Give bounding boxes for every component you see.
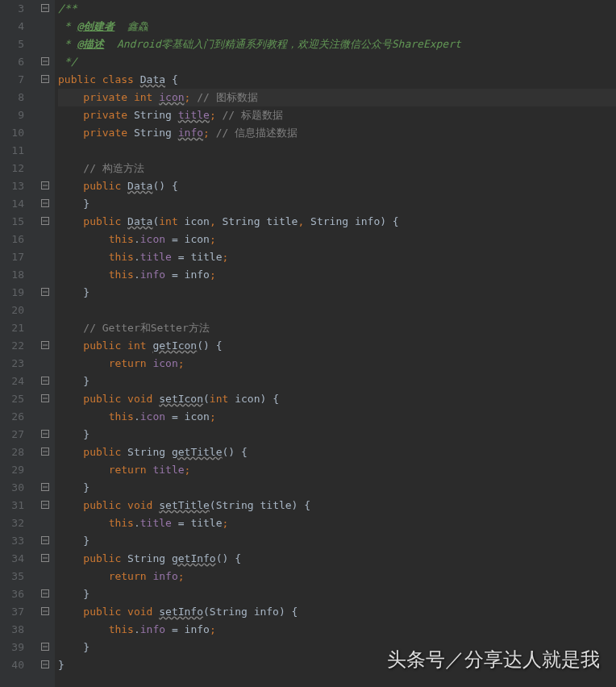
code-token: . (134, 251, 140, 263)
code-token: } (58, 659, 65, 671)
code-line[interactable]: return icon; (58, 355, 616, 373)
code-line[interactable] (58, 302, 616, 319)
line-number: 21 (0, 319, 24, 337)
code-line[interactable]: // 构造方法 (58, 160, 616, 177)
fold-close-icon[interactable] (40, 536, 50, 546)
code-line[interactable]: } (58, 479, 616, 497)
code-line[interactable]: } (58, 284, 616, 302)
code-token (58, 606, 83, 618)
code-token: getIcon (152, 339, 197, 352)
line-number: 35 (0, 568, 24, 585)
fold-open-icon[interactable] (40, 501, 50, 510)
line-number: 12 (0, 160, 24, 177)
code-line[interactable]: return title; (58, 461, 616, 479)
code-line[interactable]: this.icon = icon; (58, 408, 616, 426)
code-token: getTitle (172, 446, 223, 458)
line-number: 36 (0, 585, 24, 603)
code-editor[interactable]: 3456789101112131415161718192021222324252… (0, 0, 616, 687)
fold-close-icon[interactable] (40, 430, 50, 439)
code-token: public (83, 446, 127, 458)
line-number: 16 (0, 231, 24, 248)
code-line[interactable]: this.title = title; (58, 514, 616, 532)
code-token (58, 517, 109, 529)
code-line[interactable]: private String info; // 信息描述数据 (58, 124, 616, 142)
code-token: private (83, 127, 134, 139)
code-token (58, 251, 109, 263)
code-token: } (58, 198, 89, 210)
fold-open-icon[interactable] (40, 75, 50, 85)
code-line[interactable]: public void setTitle(String title) { (58, 497, 616, 514)
code-line[interactable]: public void setIcon(int icon) { (58, 390, 616, 408)
code-token: info (152, 570, 177, 582)
code-token: this (109, 517, 134, 529)
code-token: setIcon (159, 393, 203, 405)
code-line[interactable]: */ (58, 53, 616, 71)
code-line[interactable]: this.info = info; (58, 266, 616, 284)
fold-close-icon[interactable] (40, 199, 50, 209)
code-token: (String title) { (210, 499, 310, 511)
code-line[interactable]: } (58, 373, 616, 390)
code-line[interactable]: // Getter和Setter方法 (58, 319, 616, 337)
code-line[interactable]: } (58, 532, 616, 550)
code-line[interactable]: private String title; // 标题数据 (58, 106, 616, 124)
code-token (58, 552, 83, 564)
fold-close-icon[interactable] (40, 57, 50, 67)
fold-open-icon[interactable] (40, 394, 50, 404)
line-number: 22 (0, 337, 24, 355)
code-token: } (58, 641, 89, 653)
code-token: } (58, 428, 89, 440)
line-number: 4 (0, 18, 24, 35)
code-token: title (178, 109, 210, 121)
code-line[interactable]: } (58, 639, 616, 656)
code-token: */ (58, 56, 77, 68)
line-number: 13 (0, 177, 24, 195)
fold-close-icon[interactable] (40, 660, 50, 670)
line-number: 20 (0, 302, 24, 319)
code-line[interactable]: public String getTitle() { (58, 443, 616, 461)
fold-open-icon[interactable] (40, 4, 50, 14)
fold-open-icon[interactable] (40, 341, 50, 351)
code-line[interactable]: this.info = info; (58, 621, 616, 639)
code-token (58, 180, 83, 192)
code-line[interactable]: } (58, 195, 616, 213)
code-line[interactable]: this.title = title; (58, 248, 616, 266)
code-line[interactable]: public class Data { (58, 71, 616, 89)
code-token: this (109, 251, 134, 263)
line-number: 30 (0, 479, 24, 497)
code-token (58, 393, 83, 405)
code-token: icon (140, 233, 165, 245)
code-token (58, 339, 83, 352)
code-line[interactable]: * @创建者 鑫鱻 (58, 18, 616, 35)
code-line[interactable]: } (58, 656, 616, 674)
fold-close-icon[interactable] (40, 377, 50, 386)
code-line[interactable]: private int icon; // 图标数据 (58, 89, 616, 106)
code-line[interactable]: } (58, 585, 616, 603)
fold-open-icon[interactable] (40, 554, 50, 564)
fold-open-icon[interactable] (40, 607, 50, 617)
code-token: } (58, 286, 89, 298)
code-line[interactable]: * @描述 Android零基础入门到精通系列教程，欢迎关注微信公众号Share… (58, 35, 616, 53)
code-line[interactable]: return info; (58, 568, 616, 585)
fold-open-icon[interactable] (40, 181, 50, 191)
code-token: { (165, 73, 178, 85)
code-line[interactable]: public Data(int icon, String title, Stri… (58, 213, 616, 231)
code-token: return (109, 570, 153, 582)
fold-open-icon[interactable] (40, 448, 50, 457)
fold-open-icon[interactable] (40, 217, 50, 227)
code-token: setTitle (159, 499, 210, 511)
fold-close-icon[interactable] (40, 288, 50, 298)
fold-close-icon[interactable] (40, 483, 50, 493)
code-line[interactable]: public String getInfo() { (58, 550, 616, 568)
code-line[interactable]: } (58, 426, 616, 443)
code-line[interactable]: public int getIcon() { (58, 337, 616, 355)
code-token: String (134, 127, 178, 139)
code-token: // 信息描述数据 (210, 127, 298, 139)
code-line[interactable] (58, 142, 616, 160)
fold-close-icon[interactable] (40, 643, 50, 652)
code-line[interactable]: this.icon = icon; (58, 231, 616, 248)
code-line[interactable]: /** (58, 0, 616, 18)
code-area[interactable]: /** * @创建者 鑫鱻 * @描述 Android零基础入门到精通系列教程，… (55, 0, 616, 687)
code-line[interactable]: public void setInfo(String info) { (58, 603, 616, 621)
code-line[interactable]: public Data() { (58, 177, 616, 195)
fold-close-icon[interactable] (40, 589, 50, 599)
